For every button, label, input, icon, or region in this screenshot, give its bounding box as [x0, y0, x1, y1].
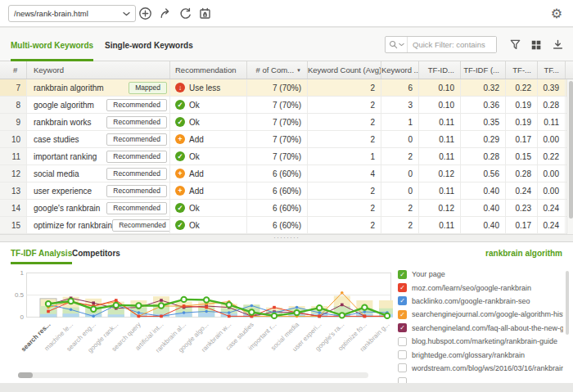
- add-icon: +: [175, 169, 185, 178]
- table-row[interactable]: 7rankbrain algorithmMapped↓Use less7 (70…: [0, 79, 566, 97]
- tfidf-chart[interactable]: 10.50search res...machine le...search en…: [11, 268, 393, 366]
- calendar-lock-icon: [198, 7, 212, 20]
- column-header[interactable]: TF-...: [506, 61, 538, 79]
- table-row[interactable]: 14google's rankbrainRecommended✓Ok6 (60%…: [0, 200, 566, 217]
- tab-multi-word-keywords[interactable]: Multi-word Keywords: [11, 28, 93, 61]
- download-icon: [552, 38, 564, 51]
- table-scrollbar: [566, 79, 573, 234]
- unchecked-checkbox[interactable]: [398, 377, 407, 383]
- keyword-status-button[interactable]: Recommended: [106, 202, 167, 214]
- column-header[interactable]: TF...: [538, 61, 566, 79]
- quick-filter-input[interactable]: [408, 37, 496, 52]
- column-header[interactable]: TF-ID...: [419, 61, 461, 79]
- legend-item[interactable]: ✓searchenginejournal.com/google-algorith…: [398, 308, 563, 321]
- column-header[interactable]: Keyword ...: [381, 61, 419, 79]
- refresh-button[interactable]: [176, 4, 195, 23]
- legend-item[interactable]: ✓searchengineland.com/faq-all-about-the-…: [398, 322, 563, 335]
- page-url-select[interactable]: /news/rank-brain.html: [8, 5, 136, 22]
- tab-competitors[interactable]: Competitors: [72, 242, 120, 264]
- table-row[interactable]: 11important rankingRecommended✓Ok7 (70%)…: [0, 148, 566, 165]
- table-row[interactable]: 15optimize for rankbrainRecommended✓Ok6 …: [0, 217, 566, 234]
- share-arrow-icon: [159, 7, 173, 20]
- keyword-status-button[interactable]: Recommended: [112, 219, 170, 232]
- keyword-text: important ranking: [34, 152, 97, 161]
- use-less-icon: ↓: [175, 83, 185, 92]
- keyword-status-button[interactable]: Mapped: [129, 82, 167, 94]
- cell-value: 0.32: [461, 79, 506, 96]
- recommendation-text: Ok: [189, 152, 200, 161]
- unchecked-checkbox[interactable]: [398, 363, 407, 372]
- keyword-text: google's rankbrain: [34, 204, 100, 213]
- table-scrollbar-thumb[interactable]: [569, 81, 573, 219]
- column-header[interactable]: # of Com...▼: [247, 61, 308, 79]
- keyword-text: google algorithm: [34, 101, 94, 110]
- cell-value: 0.11: [538, 114, 566, 130]
- search-icon: [389, 40, 398, 49]
- cell-value: 0.56: [461, 165, 506, 182]
- legend-item[interactable]: ✓moz.com/learn/seo/google-rankbrain: [398, 281, 563, 294]
- cell-value: 0.11: [419, 217, 461, 233]
- cell-value: 0.29: [461, 131, 506, 147]
- table-row[interactable]: 13user experienceRecommended+Add6 (60%)2…: [0, 182, 566, 200]
- cell-value: 0.28: [538, 97, 566, 113]
- recommendation-text: Add: [189, 135, 204, 144]
- table-row[interactable]: 10case studiesRecommended+Add7 (70%)200.…: [0, 131, 566, 148]
- column-header[interactable]: Keyword Count (Avg): [308, 61, 381, 79]
- column-header[interactable]: Recommendation: [170, 61, 247, 79]
- checked-checkbox[interactable]: ✓: [398, 270, 407, 279]
- legend-item[interactable]: blog.hubspot.com/marketing/rankbrain-gui…: [398, 335, 563, 348]
- audit-schedule-button[interactable]: [196, 4, 214, 23]
- legend-item[interactable]: brightedge.com/glossary/rankbrain: [398, 348, 563, 361]
- share-button[interactable]: [156, 4, 175, 23]
- keyword-status-button[interactable]: Recommended: [106, 116, 167, 128]
- row-number: 10: [0, 131, 27, 147]
- export-button[interactable]: [548, 36, 566, 53]
- row-number: 15: [0, 217, 27, 233]
- add-icon: +: [175, 134, 185, 144]
- settings-button[interactable]: ⚙: [547, 3, 566, 23]
- tab-single-word-keywords[interactable]: Single-word Keywords: [105, 28, 193, 61]
- cell-value: 0.10: [419, 97, 461, 113]
- checked-checkbox[interactable]: ✓: [398, 323, 407, 332]
- tab-tfidf-analysis[interactable]: TF-IDF Analysis: [11, 242, 72, 264]
- column-header[interactable]: #: [0, 61, 27, 79]
- legend-item[interactable]: [398, 375, 563, 383]
- table-row[interactable]: 12social mediaRecommended+Add6 (60%)400.…: [0, 165, 566, 182]
- columns-layout-button[interactable]: [527, 36, 545, 53]
- keyword-status-button[interactable]: Recommended: [106, 99, 167, 111]
- checked-checkbox[interactable]: ✓: [398, 310, 407, 319]
- checked-checkbox[interactable]: ✓: [398, 283, 407, 292]
- filter-button[interactable]: [506, 36, 524, 53]
- filter-mode-button[interactable]: [386, 37, 408, 52]
- add-page-button[interactable]: [136, 4, 155, 23]
- keyword-status-button[interactable]: Recommended: [106, 133, 167, 146]
- cell-value: 7 (70%): [247, 79, 308, 96]
- table-row[interactable]: 9rankbrain worksRecommended✓Ok7 (70%)210…: [0, 114, 566, 131]
- chevron-down-icon: [123, 11, 130, 16]
- legend-item[interactable]: ✓Your page: [398, 268, 563, 281]
- row-number: 14: [0, 200, 27, 216]
- keyword-text: social media: [34, 169, 79, 178]
- table-row[interactable]: 8google algorithmRecommended✓Ok7 (70%)23…: [0, 97, 566, 114]
- svg-text:0.5: 0.5: [15, 291, 25, 299]
- keyword-status-button[interactable]: Recommended: [106, 185, 167, 197]
- tfidf-chart-svg: 10.50search res...machine le...search en…: [11, 268, 393, 366]
- keyword-tabs-bar: Multi-word Keywords Single-word Keywords: [0, 28, 573, 61]
- legend-item[interactable]: ✓backlinko.com/google-rankbrain-seo: [398, 295, 563, 308]
- cell-value: 0.12: [419, 200, 461, 216]
- column-header[interactable]: Keyword: [27, 61, 170, 79]
- recommendation-text: Add: [189, 169, 204, 178]
- cell-value: 0.22: [538, 148, 566, 164]
- legend-item[interactable]: wordstream.com/blog/ws/2016/03/16/rankbr…: [398, 362, 563, 375]
- checked-checkbox[interactable]: ✓: [398, 296, 407, 305]
- unchecked-checkbox[interactable]: [398, 350, 407, 359]
- chart-scrollbar-thumb[interactable]: [18, 372, 33, 378]
- cell-value: 0.40: [461, 200, 506, 216]
- keyword-table-body: 7rankbrain algorithmMapped↓Use less7 (70…: [0, 79, 566, 234]
- unchecked-checkbox[interactable]: [398, 337, 407, 346]
- legend-scrollbar-thumb[interactable]: [566, 271, 569, 335]
- keyword-status-button[interactable]: Recommended: [106, 151, 167, 163]
- column-header[interactable]: TF-IDF (...: [461, 61, 506, 79]
- panel-splitter-handle[interactable]: ········: [0, 234, 573, 242]
- keyword-status-button[interactable]: Recommended: [106, 168, 167, 180]
